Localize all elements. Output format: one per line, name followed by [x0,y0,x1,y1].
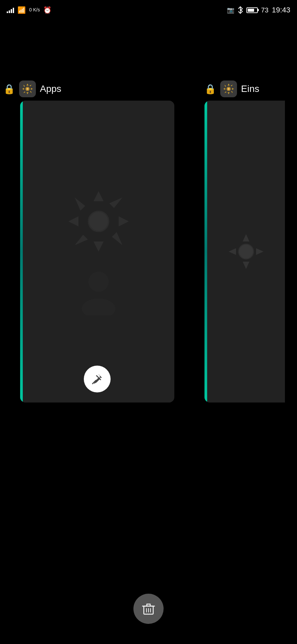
trash-icon [141,601,156,616]
eins-card-header: 🔒 [201,77,297,101]
apps-card-thumbnail[interactable] [20,101,174,402]
time-display: 19:43 [272,6,290,14]
svg-marker-39 [256,248,263,255]
svg-point-21 [82,299,115,315]
data-speed: 0 K/s [29,7,40,12]
svg-marker-17 [112,232,122,245]
svg-marker-8 [29,85,32,87]
wifi-icon: 📶 [17,6,26,14]
svg-marker-31 [225,92,227,93]
status-bar-left: 📶 0 K/s ⏰ [7,6,52,14]
bluetooth-svg-icon [238,6,243,14]
delete-button[interactable] [133,594,164,624]
svg-point-10 [26,88,28,90]
svg-marker-29 [225,85,226,87]
svg-marker-13 [94,241,104,252]
svg-marker-3 [22,88,24,90]
svg-marker-25 [228,84,230,86]
svg-marker-36 [243,234,249,241]
svg-marker-37 [243,262,249,269]
apps-faint-logo [65,188,132,315]
lock-icon-apps: 🔒 [3,84,15,95]
svg-marker-7 [23,92,26,93]
svg-marker-12 [94,191,104,201]
svg-point-11 [88,211,109,231]
teal-accent-bar-eins [204,101,207,402]
svg-marker-28 [232,88,234,90]
eins-card-content [207,101,285,402]
battery-icon [246,7,258,13]
svg-marker-38 [229,248,236,255]
alarm-icon: ⏰ [43,6,52,14]
svg-marker-15 [119,216,129,226]
apps-card[interactable]: 🔒 [0,77,194,402]
status-bar-right: 📷 73 19:43 [227,6,290,14]
battery-fill [248,9,254,12]
svg-marker-16 [75,198,85,211]
lock-icon-eins: 🔒 [204,84,216,95]
svg-point-34 [228,88,230,90]
battery-percent: 73 [261,6,269,14]
eins-card-label: Eins [241,84,259,94]
pin-icon [91,373,103,385]
pin-button[interactable] [84,366,111,392]
svg-marker-27 [223,88,225,90]
eins-icon [220,80,237,97]
svg-marker-6 [30,91,32,93]
svg-marker-14 [68,216,78,226]
signal-icon [7,7,14,13]
svg-marker-18 [75,235,88,245]
apps-card-label: Apps [40,84,61,94]
status-bar: 📶 0 K/s ⏰ 📷 73 19:43 [0,0,297,20]
svg-marker-26 [228,92,230,94]
svg-marker-19 [109,198,122,208]
svg-point-35 [239,244,253,259]
eins-card-thumbnail[interactable] [204,101,285,402]
svg-marker-1 [26,84,28,86]
apps-card-content [23,101,174,402]
svg-marker-30 [231,91,233,93]
apps-card-header: 🔒 [0,77,194,101]
svg-marker-32 [231,85,233,87]
bluetooth-icon: 📷 [227,6,234,14]
eins-card[interactable]: 🔒 [201,77,297,402]
teal-accent-bar-left [20,101,23,402]
svg-marker-2 [26,92,28,94]
svg-marker-4 [31,88,33,90]
apps-icon [19,80,36,97]
recent-apps-area: 🔒 [0,77,297,413]
svg-marker-5 [23,85,25,87]
svg-point-20 [88,272,109,292]
